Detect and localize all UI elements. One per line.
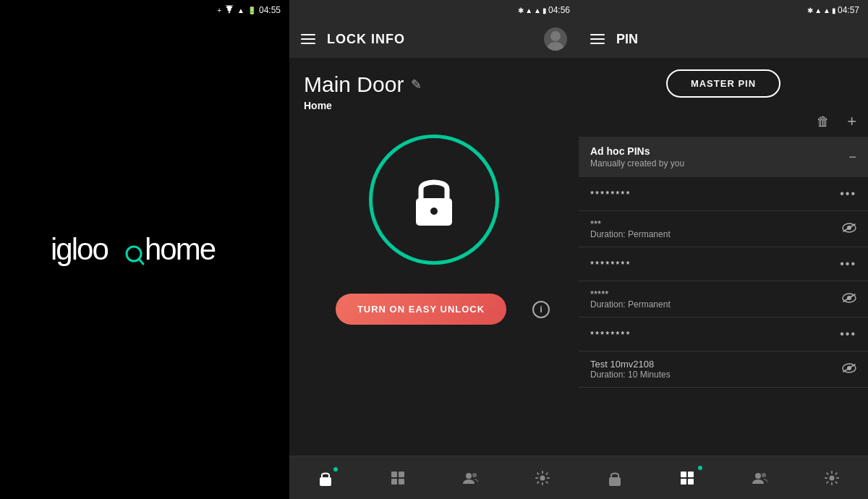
- pin-6-eye-icon[interactable]: [842, 363, 856, 376]
- svg-point-14: [472, 473, 477, 477]
- easy-unlock-button[interactable]: TURN ON EASY UNLOCK: [336, 294, 506, 325]
- svg-line-3: [139, 259, 143, 264]
- battery-icon: 🔋: [247, 7, 256, 14]
- pin-item-3: ******** •••: [590, 255, 856, 273]
- svg-rect-8: [320, 477, 331, 486]
- splash-status-bar: + ▲ 🔋 04:55: [0, 0, 289, 20]
- adhoc-info: Ad hoc PINs Manually created by you: [590, 145, 684, 169]
- nav-grid[interactable]: [378, 466, 417, 490]
- pin-nav-settings[interactable]: [812, 466, 851, 490]
- pin-5-action[interactable]: •••: [840, 328, 856, 341]
- pin-nav-grid[interactable]: [668, 466, 707, 490]
- pin-actions-row: 🗑 +: [579, 109, 868, 137]
- svg-rect-25: [609, 477, 621, 486]
- pin-hamburger-menu[interactable]: [590, 34, 605, 44]
- lockinfo-bottom-nav: [289, 456, 579, 499]
- pin-group-3: ******** •••: [579, 247, 868, 281]
- eye-slash-svg-3: [842, 363, 856, 373]
- hamburger-line-2: [301, 38, 315, 40]
- pin-nav-lock[interactable]: [595, 466, 634, 490]
- pin-status-bar: ✱ ▲ ▲ ▮ 04:57: [579, 0, 868, 20]
- info-button[interactable]: i: [532, 301, 550, 318]
- pin-panel: ✱ ▲ ▲ ▮ 04:57 PIN MASTER PIN 🗑 + Ad hoc …: [579, 0, 868, 499]
- pin-2-eye-icon[interactable]: [842, 223, 856, 236]
- pin-nav-settings-icon: [824, 470, 840, 486]
- svg-rect-11: [391, 479, 397, 485]
- svg-line-18: [843, 224, 855, 231]
- svg-point-32: [830, 475, 835, 480]
- delete-icon[interactable]: 🗑: [817, 114, 830, 129]
- hamburger-menu[interactable]: [301, 34, 315, 44]
- svg-rect-10: [399, 472, 404, 477]
- eye-slash-svg-2: [842, 293, 856, 303]
- svg-rect-28: [681, 479, 686, 485]
- pin-nav-users[interactable]: [740, 466, 779, 490]
- pin-4-info: ***** Duration: Permanent: [590, 289, 671, 310]
- pin-group-1: ******** •••: [579, 177, 868, 211]
- pin-title: PIN: [616, 32, 638, 47]
- adhoc-section-header: Ad hoc PINs Manually created by you −: [579, 137, 868, 177]
- door-name: Main Door: [304, 72, 404, 97]
- lockinfo-title: LOCK INFO: [327, 32, 405, 47]
- pin-hamburger-line-1: [590, 34, 605, 35]
- nav-settings[interactable]: [523, 466, 562, 490]
- easy-unlock-row: TURN ON EASY UNLOCK i: [304, 294, 564, 325]
- add-pin-icon[interactable]: +: [847, 112, 856, 131]
- lock-circle-container: [304, 135, 564, 265]
- nav-grid-icon: [390, 470, 406, 486]
- lock-icon: [409, 173, 459, 227]
- svg-point-15: [540, 475, 545, 480]
- svg-rect-12: [399, 479, 404, 485]
- nav-settings-icon: [535, 470, 550, 486]
- pin-hamburger-line-2: [590, 38, 605, 40]
- pin-6-info: Test 10mv2108 Duration: 10 Minutes: [590, 359, 671, 380]
- pin-3-masked: ********: [590, 259, 631, 270]
- svg-rect-27: [688, 472, 694, 477]
- svg-rect-29: [688, 479, 694, 485]
- nav-lock[interactable]: [306, 466, 345, 490]
- pin-topbar: PIN: [579, 20, 868, 58]
- svg-text:home: home: [145, 232, 216, 266]
- nav-users[interactable]: [451, 466, 490, 490]
- pin-3-action[interactable]: •••: [840, 257, 856, 270]
- pin-1-action[interactable]: •••: [840, 187, 856, 200]
- pin-2-info: *** Duration: Permanent: [590, 218, 671, 239]
- edit-icon[interactable]: ✎: [411, 77, 422, 93]
- user-avatar[interactable]: [544, 27, 567, 51]
- pin-6-name: Test 10mv2108: [590, 359, 671, 370]
- lockinfo-content: Main Door ✎ Home TURN ON EASY UNLOCK i: [289, 58, 579, 456]
- lockinfo-topbar: LOCK INFO: [289, 20, 579, 58]
- pin-nav-lock-icon: [607, 470, 623, 486]
- pin-nav-users-icon: [752, 470, 767, 486]
- master-pin-button[interactable]: MASTER PIN: [666, 69, 780, 98]
- li-bluetooth-icon: ✱: [518, 7, 524, 14]
- collapse-section-icon[interactable]: −: [848, 150, 856, 165]
- li-wifi-icon: ▲: [525, 7, 532, 14]
- pin-battery-icon: ▮: [832, 7, 836, 14]
- lock-circle[interactable]: [369, 135, 499, 265]
- svg-point-4: [550, 31, 561, 41]
- pin-group-6: Test 10mv2108 Duration: 10 Minutes: [579, 351, 868, 388]
- svg-text:igloo: igloo: [51, 232, 108, 266]
- nav-lock-icon: [318, 470, 333, 486]
- adhoc-subtitle: Manually created by you: [590, 158, 684, 169]
- pin-6-duration: Duration: 10 Minutes: [590, 370, 671, 380]
- door-name-row: Main Door ✎: [304, 72, 564, 97]
- lockinfo-time: 04:56: [548, 5, 570, 15]
- lockinfo-panel: ✱ ▲ ▲ ▮ 04:56 LOCK INFO Main Door ✎ Home: [289, 0, 579, 499]
- li-signal-icon: ▲: [534, 7, 541, 14]
- nav-users-icon: [462, 470, 478, 486]
- li-battery-icon: ▮: [542, 7, 547, 14]
- adhoc-title: Ad hoc PINs: [590, 145, 684, 157]
- pin-1-masked: ********: [590, 189, 631, 200]
- pin-wifi-icon: ▲: [814, 7, 822, 14]
- pin-2-masked: ***: [590, 218, 671, 229]
- svg-rect-9: [391, 472, 397, 477]
- pin-item-5: ******** •••: [590, 325, 856, 344]
- pin-4-eye-icon[interactable]: [842, 293, 856, 306]
- hamburger-line-3: [301, 43, 315, 44]
- pin-bluetooth-icon: ✱: [807, 7, 813, 14]
- bluetooth-icon: +: [217, 7, 221, 14]
- signal-icon: ▲: [237, 7, 244, 14]
- pin-4-masked: *****: [590, 289, 671, 299]
